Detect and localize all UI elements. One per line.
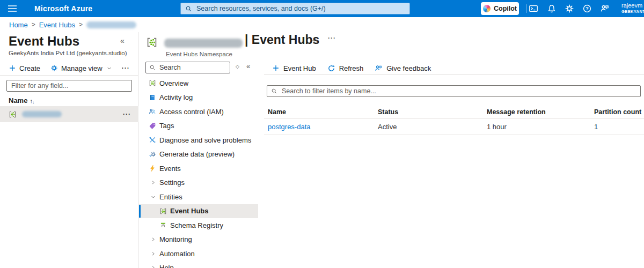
chevron-right-icon: [151, 237, 156, 242]
menu-item-diagnose[interactable]: Diagnose and solve problems: [139, 133, 258, 147]
directory-subtitle: GeekyAnts India Pvt Ltd (geekyants.studi…: [9, 50, 127, 56]
account-info[interactable]: rajeevm GEEKYANT: [621, 2, 644, 14]
breadcrumb-home[interactable]: Home: [9, 21, 28, 29]
blade-subtitle: Event Hubs Namespace: [166, 51, 232, 57]
menu-item-schema-registry[interactable]: Schema Registry: [139, 218, 258, 233]
name-column-header[interactable]: Name ↑↓: [9, 96, 35, 105]
help-button[interactable]: [582, 4, 592, 13]
terminal-icon: [529, 4, 538, 13]
divider: [264, 75, 644, 75]
gear-icon: [565, 4, 574, 13]
retention-cell: 1 hour: [487, 123, 594, 131]
menu-item-access-control[interactable]: Access control (IAM): [139, 105, 258, 119]
add-event-hub-button[interactable]: Event Hub: [272, 64, 316, 72]
collapse-panel-button[interactable]: «: [120, 36, 125, 45]
copilot-label: Copilot: [494, 5, 517, 12]
breadcrumb-event-hubs[interactable]: Event Hubs: [39, 21, 75, 29]
access-control-icon: [149, 108, 156, 115]
redacted-namespace-crumb[interactable]: [86, 21, 136, 28]
filter-input[interactable]: [6, 80, 132, 92]
global-search[interactable]: [180, 3, 410, 14]
plus-icon: [272, 64, 280, 72]
create-label: Create: [19, 64, 40, 72]
topbar-divider: [526, 4, 526, 13]
menu-item-tags[interactable]: Tags: [139, 119, 258, 133]
event-hubs-icon: [149, 79, 156, 87]
breadcrumb-separator: >: [32, 21, 35, 28]
event-hubs-icon: [159, 207, 167, 215]
schema-registry-icon: [159, 221, 167, 229]
refresh-button[interactable]: Refresh: [327, 64, 364, 72]
favorite-star-button[interactable]: ☆: [312, 36, 319, 46]
event-hub-link[interactable]: postgres-data: [268, 123, 311, 131]
menu-item-events[interactable]: Events: [139, 161, 258, 176]
brand-title[interactable]: Microsoft Azure: [34, 0, 92, 17]
items-filter[interactable]: [267, 85, 641, 97]
manage-view-label: Manage view: [61, 64, 103, 72]
manage-view-button[interactable]: Manage view: [50, 64, 112, 72]
menu-item-event-hubs[interactable]: Event Hubs: [139, 204, 258, 219]
chevron-right-icon: [151, 251, 156, 256]
menu-group-settings[interactable]: Settings: [139, 176, 258, 190]
event-hubs-list-panel: Event Hubs « GeekyAnts India Pvt Ltd (ge…: [0, 32, 138, 268]
diagnose-icon: [149, 136, 156, 144]
activity-log-icon: [149, 94, 156, 101]
diamond-icon[interactable]: ◇: [236, 64, 239, 69]
create-button[interactable]: Create: [9, 64, 40, 72]
copilot-button[interactable]: Copilot: [481, 2, 519, 15]
menu-group-help[interactable]: Help: [139, 261, 258, 268]
partition-cell: 1: [594, 123, 644, 131]
menu-group-monitoring[interactable]: Monitoring: [139, 233, 258, 247]
breadcrumb-separator: >: [79, 21, 83, 28]
event-hubs-table: Name Status Message retention Partition …: [264, 106, 644, 135]
global-search-input[interactable]: [195, 4, 405, 13]
hamburger-menu-button[interactable]: [0, 0, 25, 17]
menu-item-overview[interactable]: Overview: [139, 76, 258, 91]
table-row[interactable]: postgres-data Active 1 hour 1: [264, 119, 644, 135]
event-hubs-namespace-icon: [9, 110, 17, 118]
redacted-namespace-name: [22, 111, 62, 117]
column-name[interactable]: Name: [264, 108, 378, 116]
row-more-options-button[interactable]: ···: [123, 110, 131, 118]
menu-search[interactable]: [145, 62, 230, 73]
event-hubs-namespace-icon: [146, 36, 158, 48]
blade-title-suffix: | Event Hubs: [245, 33, 319, 47]
table-header: Name Status Message retention Partition …: [264, 106, 644, 119]
chevron-right-icon: [151, 180, 156, 185]
lightning-icon: [149, 165, 156, 172]
user-directory: GEEKYANT: [621, 9, 644, 14]
feedback-button[interactable]: [600, 4, 610, 13]
refresh-icon: [327, 64, 335, 72]
cloud-shell-button[interactable]: [529, 4, 538, 13]
give-feedback-button[interactable]: Give feedback: [375, 64, 431, 72]
question-icon: [582, 4, 592, 13]
person-feedback-icon: [375, 64, 383, 72]
refresh-label: Refresh: [339, 64, 364, 72]
menu-search-input[interactable]: [158, 63, 226, 72]
column-status[interactable]: Status: [378, 108, 487, 116]
menu-group-automation[interactable]: Automation: [139, 247, 258, 261]
search-icon: [185, 5, 192, 12]
search-icon: [271, 88, 277, 94]
settings-button[interactable]: [565, 4, 574, 13]
collapse-menu-button[interactable]: «: [246, 62, 250, 70]
namespace-list-item[interactable]: ···: [0, 106, 138, 122]
namespace-blade: | Event Hubs ☆ ··· Event Hubs Namespace …: [139, 32, 644, 268]
chevron-down-icon: [151, 195, 156, 199]
menu-item-generate-data[interactable]: Generate data (preview): [139, 147, 258, 162]
chevron-right-icon: [151, 265, 156, 268]
command-bar: Event Hub Refresh Give feedback: [264, 62, 644, 75]
hamburger-icon: [8, 5, 17, 12]
more-options-button[interactable]: ···: [122, 64, 130, 72]
chevron-down-icon: [107, 66, 112, 71]
notifications-button[interactable]: [547, 4, 557, 13]
breadcrumb: Home > Event Hubs >: [0, 17, 644, 32]
menu-item-activity-log[interactable]: Activity log: [139, 91, 258, 105]
column-message-retention[interactable]: Message retention: [487, 108, 594, 116]
column-partition-count[interactable]: Partition count: [594, 108, 644, 116]
menu-group-entities[interactable]: Entities: [139, 190, 258, 204]
items-filter-input[interactable]: [281, 87, 636, 95]
give-feedback-label: Give feedback: [386, 64, 431, 72]
blade-more-button[interactable]: ···: [328, 34, 336, 42]
resource-menu: Overview Activity log Access control (IA…: [139, 76, 258, 268]
